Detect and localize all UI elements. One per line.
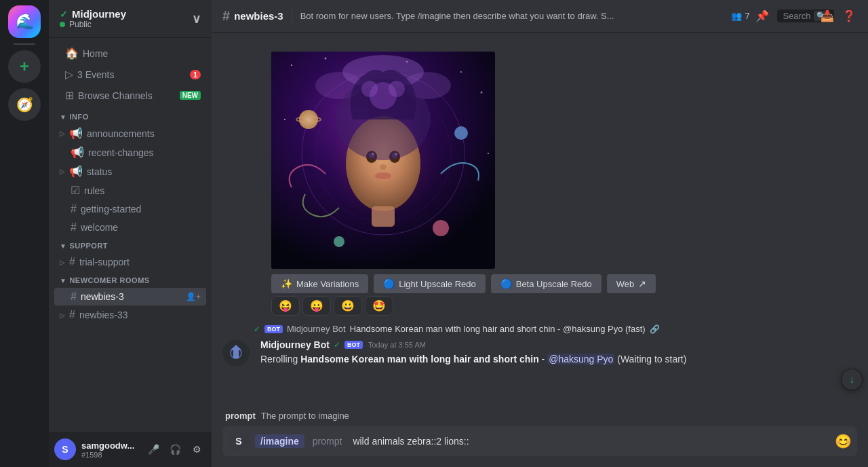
bot-generated-image[interactable] xyxy=(271,52,495,269)
announcement-icon-2: 📢 xyxy=(71,146,84,159)
expand-arrow-2: ▷ xyxy=(60,168,65,175)
inbox-icon[interactable]: 📥 xyxy=(819,8,835,24)
mute-button[interactable]: 🎤 xyxy=(144,440,163,459)
author-line: Midjourney Bot ✓ BOT xyxy=(260,339,363,350)
user-panel: S samgoodw... #1598 🎤 🎧 ⚙ xyxy=(49,432,212,467)
chat-input[interactable] xyxy=(353,436,829,447)
category-support[interactable]: ▼ SUPPORT xyxy=(49,239,212,253)
light-upscale-icon: 🔵 xyxy=(383,278,395,289)
home-icon: 🏠 xyxy=(65,47,79,60)
topbar: # newbies-3 Bot room for new users. Type… xyxy=(212,0,868,33)
svg-point-32 xyxy=(389,81,405,97)
section-newcomer: ▼ NEWCOMER ROOMS # newbies-3 👤+ ▷ # newb… xyxy=(49,274,212,324)
username: samgoodw... xyxy=(81,441,138,451)
section-info: ▼ INFO ▷ 📢 announcements 📢 recent-change… xyxy=(49,110,212,236)
message-group-rerolling: Midjourney Bot ✓ BOT Today at 3:55 AM Re… xyxy=(212,337,868,369)
message-link-icon[interactable]: 🔗 xyxy=(650,324,660,334)
category-arrow-info: ▼ xyxy=(60,113,66,121)
category-arrow-newcomer: ▼ xyxy=(60,277,66,284)
prompt-label: prompt xyxy=(225,411,256,421)
emoji-button[interactable]: 😊 xyxy=(835,433,852,449)
verified-icon: ✓ xyxy=(60,9,68,20)
web-button[interactable]: Web ↗ xyxy=(607,274,656,293)
header-author: Midjourney Bot xyxy=(287,324,346,334)
svg-point-7 xyxy=(488,153,489,154)
channel-recent-changes[interactable]: 📢 recent-changes xyxy=(54,143,206,162)
web-icon: ↗ xyxy=(638,278,646,289)
sidebar-item-events[interactable]: ▷ 3 Events 1 xyxy=(54,65,206,83)
category-arrow-support: ▼ xyxy=(60,242,66,250)
channel-newbies-3[interactable]: # newbies-3 👤+ xyxy=(54,288,206,305)
announcement-icon: 📢 xyxy=(69,127,83,140)
hash-icon-gs: # xyxy=(71,203,77,215)
category-info[interactable]: ▼ INFO xyxy=(49,110,212,124)
browse-badge-new: NEW xyxy=(180,91,201,100)
channel-newbies-33[interactable]: ▷ # newbies-33 xyxy=(54,306,206,324)
svg-point-2 xyxy=(325,58,327,60)
input-avatar: S xyxy=(228,430,250,452)
beta-upscale-icon: 🔵 xyxy=(500,278,512,289)
server-status: Public xyxy=(60,20,126,29)
server-header[interactable]: ✓ Midjourney Public ∨ xyxy=(49,0,212,38)
deafen-button[interactable]: 🎧 xyxy=(165,440,184,459)
add-server-button[interactable]: + xyxy=(8,50,41,83)
user-info: samgoodw... #1598 xyxy=(81,441,138,459)
search-icon[interactable]: Search 🔍 xyxy=(797,8,814,24)
server-icon-midjourney[interactable]: 🌊 xyxy=(8,5,41,38)
sidebar-item-browse[interactable]: ⊞ Browse Channels NEW xyxy=(54,86,206,105)
hash-icon-n3: # xyxy=(71,291,77,303)
topbar-channel-name: newbies-3 xyxy=(234,10,283,22)
svg-point-24 xyxy=(299,110,318,129)
bot-badge: BOT xyxy=(264,325,283,333)
make-variations-button[interactable]: ✨ Make Variations xyxy=(271,274,368,293)
expand-arrow: ▷ xyxy=(60,130,65,137)
reaction-star-struck[interactable]: 🤩 xyxy=(365,296,393,316)
channel-trial-support[interactable]: ▷ # trial-support xyxy=(54,253,206,271)
bottom-area: prompt The prompt to imagine S /imagine … xyxy=(212,408,868,467)
verified-icon-3: ✓ xyxy=(334,340,340,350)
channel-welcome[interactable]: # welcome xyxy=(54,219,206,236)
message-author-bot[interactable]: Midjourney Bot xyxy=(260,339,330,350)
light-upscale-redo-button[interactable]: 🔵 Light Upscale Redo xyxy=(374,274,485,293)
topbar-description: Bot room for new users. Type /imagine th… xyxy=(300,11,727,21)
avatar-space xyxy=(222,49,260,316)
scroll-to-bottom-button[interactable]: ↓ xyxy=(841,369,863,390)
bot-avatar xyxy=(222,339,250,367)
channel-announcements[interactable]: ▷ 📢 announcements xyxy=(54,124,206,143)
section-support: ▼ SUPPORT ▷ # trial-support xyxy=(49,239,212,271)
topbar-divider xyxy=(292,10,292,23)
user-add-icon[interactable]: 👤+ xyxy=(186,292,201,301)
user-controls: 🎤 🎧 ⚙ xyxy=(144,440,206,459)
rerolling-message-content: Midjourney Bot ✓ BOT Today at 3:55 AM Re… xyxy=(260,339,857,367)
svg-point-28 xyxy=(433,220,449,236)
svg-point-1 xyxy=(291,64,292,66)
reaction-stuck-out-tongue[interactable]: 😛 xyxy=(302,296,331,316)
category-newcomer[interactable]: ▼ NEWCOMER ROOMS xyxy=(49,274,212,287)
messages-area[interactable]: ✨ Make Variations 🔵 Light Upscale Redo 🔵… xyxy=(212,33,868,408)
chat-input-wrapper: S /imagine prompt 😊 xyxy=(222,426,857,456)
rerolling-text: Rerolling Handsome Korean man with long … xyxy=(260,353,857,367)
discover-servers-button[interactable]: 🧭 xyxy=(8,88,41,121)
sidebar-item-home[interactable]: 🏠 Home xyxy=(54,44,206,62)
verified-icon-2: ✓ xyxy=(254,324,260,334)
settings-button[interactable]: ⚙ xyxy=(187,440,206,459)
beta-upscale-redo-button[interactable]: 🔵 Beta Upscale Redo xyxy=(491,274,601,293)
mention: @haksung Pyo xyxy=(547,354,614,365)
help-icon[interactable]: ❓ xyxy=(841,8,857,24)
reaction-grinning[interactable]: 😀 xyxy=(334,296,362,316)
channel-rules[interactable]: ☑ rules xyxy=(54,181,206,200)
channel-status[interactable]: ▷ 📢 status xyxy=(54,162,206,181)
server-chevron-icon: ∨ xyxy=(192,12,201,26)
message-timestamp: Today at 3:55 AM xyxy=(368,341,426,349)
scroll-to-bottom-area: ↓ xyxy=(212,369,868,390)
expand-arrow-4: ▷ xyxy=(60,312,65,319)
channel-getting-started[interactable]: # getting-started xyxy=(54,200,206,218)
events-badge: 1 xyxy=(190,70,201,79)
rerolling-header: Midjourney Bot ✓ BOT Today at 3:55 AM xyxy=(260,339,857,350)
status-dot xyxy=(60,22,65,27)
member-count-icon: 👥 xyxy=(731,11,742,21)
hash-icon-ts: # xyxy=(69,256,75,268)
pin-icon[interactable]: 📌 xyxy=(754,8,770,24)
main-content: # newbies-3 Bot room for new users. Type… xyxy=(212,0,868,467)
reaction-grimace[interactable]: 😝 xyxy=(271,296,300,316)
